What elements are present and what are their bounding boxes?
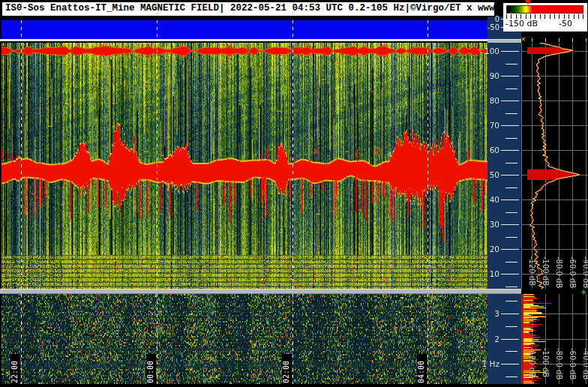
- lowfreq-minor-tick: [506, 351, 518, 352]
- lowfreq-tick-line: [501, 339, 519, 340]
- time-dash-main: [21, 43, 22, 289]
- panel-top-tick: [559, 38, 560, 42]
- lowfreq-minor-tick: [506, 376, 518, 377]
- time-dash-low: [428, 294, 428, 384]
- panel-top-tick: [532, 38, 532, 42]
- freq-tick-line: [501, 274, 519, 274]
- time-tick-label: 04:00: [417, 354, 427, 384]
- time-dash-bluebar: [21, 20, 22, 39]
- color-scale-marker-icon: [525, 0, 531, 4]
- spectrogram-separator-bar: [0, 289, 521, 294]
- amplitude-axis-label-50: -50: [480, 24, 500, 32]
- db-axis-label: -40.0 dB: [581, 348, 588, 384]
- low-panel-cursor-icon: +: [580, 289, 586, 296]
- lowfreq-minor-tick: [506, 301, 518, 302]
- amplitude-axis-label-0: 0: [480, 16, 500, 23]
- panel-top-tick: [572, 38, 573, 42]
- freq-tick-label: 70: [477, 122, 500, 129]
- db-axis-label: -60.0 dB: [568, 256, 577, 292]
- time-dash-main: [428, 43, 428, 289]
- freq-tick-label: 40: [477, 196, 500, 203]
- freq-tick-line: [501, 249, 519, 250]
- freq-minor-tick: [506, 138, 518, 139]
- freq-tick-label: 100: [477, 47, 500, 55]
- time-tick-label: 00:00: [146, 354, 156, 384]
- title-bar: IS0-Sos Enattos-IT_Mine MAGNETIC FIELD| …: [2, 2, 495, 16]
- amplitude-axis-tick: [501, 19, 505, 20]
- separator-line-top: [0, 39, 488, 41]
- time-dash-title: [157, 2, 158, 16]
- db-axis-label: -100 dB: [541, 348, 550, 384]
- freq-tick-label: 80: [477, 97, 500, 104]
- db-axis-label: -60.0 dB: [568, 348, 577, 384]
- time-tick-label: 02:00: [282, 354, 292, 384]
- freq-tick-line: [501, 175, 519, 176]
- freq-minor-tick: [506, 262, 518, 262]
- main-spectrum-panel-canvas: [521, 43, 588, 289]
- freq-tick-label: 60: [477, 146, 500, 154]
- amplitude-axis-tick: [501, 27, 505, 28]
- time-dash-main: [157, 43, 158, 289]
- freq-tick-label: 90: [477, 72, 500, 80]
- color-scale-max-label: -50: [559, 19, 572, 28]
- color-scale-min-label: -150 dB: [506, 19, 538, 28]
- freq-tick-line: [501, 224, 519, 225]
- axis-top-cap: [488, 39, 521, 43]
- freq-minor-tick: [506, 212, 518, 213]
- time-dash-bluebar: [428, 20, 428, 39]
- freq-tick-line: [501, 200, 519, 200]
- freq-minor-tick: [506, 188, 518, 188]
- db-axis-label: -80.0 dB: [554, 348, 563, 384]
- vlf-monitor-window: IS0-Sos Enattos-IT_Mine MAGNETIC FIELD| …: [0, 0, 588, 387]
- time-dash-low: [292, 294, 293, 384]
- freq-minor-tick: [506, 286, 518, 287]
- time-dash-main: [292, 43, 293, 289]
- freq-minor-tick: [506, 88, 518, 89]
- time-dash-title: [428, 2, 428, 16]
- low-band-spectrogram-canvas: [2, 294, 488, 384]
- db-axis-label: -40.0 dB: [581, 256, 588, 292]
- freq-minor-tick: [506, 113, 518, 114]
- lowfreq-tick-line: [501, 314, 519, 314]
- lowfreq-tick-label: 1 Hz: [477, 360, 500, 368]
- freq-minor-tick: [506, 163, 518, 164]
- time-dash-low: [157, 294, 158, 384]
- spectrum-cursor-icon: ×: [520, 36, 526, 43]
- time-dash-bluebar: [157, 20, 158, 39]
- db-axis-label: -120 dB: [527, 348, 536, 384]
- color-scale-gradient: [506, 5, 584, 14]
- lowfreq-minor-tick: [506, 326, 518, 327]
- time-dash-title: [292, 2, 293, 16]
- lowfreq-tick-label: 2: [477, 335, 500, 343]
- amplitude-level-bar: [2, 20, 488, 39]
- freq-minor-tick: [506, 64, 518, 64]
- freq-tick-label: 10: [477, 270, 500, 278]
- panel-top-tick: [586, 38, 586, 42]
- db-axis-label: -120 dB: [527, 256, 536, 292]
- panel-top-tick: [545, 38, 546, 42]
- freq-tick-line: [501, 150, 519, 151]
- time-tick-label: 22:00: [10, 354, 20, 384]
- main-spectrogram-canvas: [2, 43, 488, 289]
- time-dash-bluebar: [292, 20, 293, 39]
- db-axis-label: -100 dB: [541, 256, 550, 292]
- color-scale-box: -150 dB -50: [503, 3, 587, 32]
- db-axis-label: -80.0 dB: [554, 256, 563, 292]
- freq-tick-label: 50: [477, 171, 500, 178]
- freq-tick-line: [501, 51, 519, 52]
- freq-tick-line: [501, 76, 519, 76]
- time-dash-title: [21, 2, 22, 16]
- lowfreq-tick-line: [501, 364, 519, 364]
- freq-tick-line: [501, 100, 519, 101]
- freq-tick-label: 30: [477, 220, 500, 228]
- freq-tick-line: [501, 125, 519, 126]
- lowfreq-tick-label: 3: [477, 310, 500, 317]
- freq-tick-label: 20: [477, 245, 500, 253]
- time-dash-low: [21, 294, 22, 384]
- freq-minor-tick: [506, 237, 518, 238]
